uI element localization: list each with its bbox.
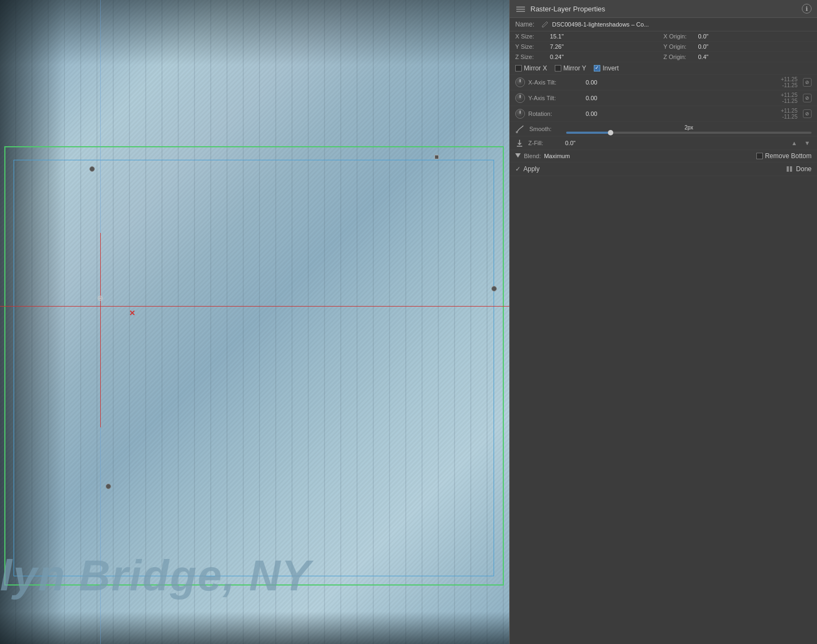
x-tilt-reset[interactable]: ⊘ (803, 78, 812, 87)
x-size-row: X Size: 15.1" X Origin: 0.0" (510, 31, 817, 42)
svg-rect-5 (787, 166, 789, 172)
y-size-label: Y Size: (515, 43, 548, 50)
mirror-x-checkbox[interactable] (515, 65, 522, 71)
x-size-label: X Size: (515, 33, 548, 40)
x-marker: ✕ (129, 309, 135, 317)
rotation-limits: +11.25 -11.25 (781, 108, 797, 120)
z-size-value: 0.24" (550, 54, 563, 60)
name-row: Name: DSC00498-1-lightenshadows – Co... (510, 18, 817, 31)
done-icon (786, 165, 793, 173)
handle-top-center[interactable] (89, 166, 95, 172)
done-button[interactable]: Done (786, 165, 812, 173)
x-tilt-knob[interactable] (515, 77, 525, 87)
handle-top-right[interactable] (435, 155, 439, 159)
relief-surface (0, 0, 509, 644)
x-tilt-value: 0.00 (586, 79, 777, 86)
zfill-row: Z-Fill: 0.0" ▲ ▼ (510, 136, 817, 150)
y-tilt-reset[interactable]: ⊘ (803, 94, 812, 102)
invert-item[interactable]: Invert (594, 64, 619, 72)
svg-point-3 (516, 131, 518, 133)
x-tilt-limits: +11.25 -11.25 (781, 76, 797, 88)
svg-rect-6 (790, 166, 792, 172)
svg-rect-1 (516, 9, 525, 10)
z-size-group: Z Size: 0.24" (515, 54, 664, 60)
rotation-row: Rotation: 0.00 +11.25 -11.25 ⊘ (510, 106, 817, 122)
mirror-x-label: Mirror X (524, 64, 547, 72)
zfill-up-button[interactable]: ▲ (790, 139, 799, 147)
panel-title: Raster-Layer Properties (530, 5, 605, 13)
red-axis-horizontal (0, 306, 509, 307)
bridge-label: lyn Bridge, NY (0, 551, 312, 601)
z-origin-value: 0.4" (698, 54, 709, 60)
layer-name: DSC00498-1-lightenshadows – Co... (552, 21, 649, 28)
svg-rect-2 (516, 11, 525, 12)
mirror-y-checkbox[interactable] (555, 65, 561, 71)
smooth-row: Smooth: 2px (510, 122, 817, 136)
svg-rect-0 (516, 6, 525, 8)
rotation-label: Rotation: (528, 110, 582, 117)
smooth-slider-container: 2px (566, 125, 812, 134)
remove-bottom-checkbox[interactable] (756, 153, 763, 159)
smooth-slider-track[interactable] (566, 132, 812, 134)
y-origin-value: 0.0" (698, 43, 709, 50)
apply-check-icon: ✓ (515, 165, 521, 173)
y-origin-label: Y Origin: (664, 43, 696, 50)
y-size-row: Y Size: 7.26" Y Origin: 0.0" (510, 42, 817, 52)
remove-bottom-label: Remove Bottom (765, 152, 812, 160)
done-label: Done (796, 165, 812, 173)
smooth-value: 2px (566, 125, 812, 131)
handle-right-mid[interactable] (491, 286, 497, 291)
y-tilt-limits: +11.25 -11.25 (781, 92, 797, 104)
blend-label: Blend: (524, 153, 541, 159)
mirror-y-item[interactable]: Mirror Y (555, 64, 586, 72)
info-button[interactable]: ℹ (802, 4, 812, 14)
y-size-value: 7.26" (550, 43, 563, 50)
zfill-icon (515, 139, 524, 147)
blend-expand-icon[interactable] (515, 153, 521, 159)
smooth-label: Smooth: (529, 126, 562, 132)
rotation-knob[interactable] (515, 109, 525, 119)
invert-checkbox[interactable] (594, 65, 600, 71)
z-origin-label: Z Origin: (664, 54, 696, 60)
z-size-label: Z Size: (515, 54, 548, 60)
edit-icon[interactable] (541, 21, 549, 28)
z-origin-group: Z Origin: 0.4" (664, 54, 812, 60)
x-origin-label: X Origin: (664, 33, 696, 40)
panel-header: Raster-Layer Properties ℹ (510, 0, 817, 18)
properties-panel: Raster-Layer Properties ℹ Name: DSC00498… (509, 0, 817, 644)
x-origin-group: X Origin: 0.0" (664, 33, 812, 40)
x-size-group: X Size: 15.1" (515, 33, 664, 40)
mirror-x-item[interactable]: Mirror X (515, 64, 547, 72)
handle-bottom-center[interactable] (106, 484, 111, 489)
apply-label: Apply (523, 165, 540, 173)
blend-row: Blend: Maximum Remove Bottom (510, 150, 817, 162)
move-crosshair[interactable]: ⊕ (95, 292, 106, 303)
remove-bottom-group: Remove Bottom (756, 152, 812, 160)
y-tilt-row: Y-Axis Tilt: 0.00 +11.25 -11.25 ⊘ (510, 90, 817, 106)
zfill-value: 0.0" (565, 140, 786, 146)
x-origin-value: 0.0" (698, 33, 709, 40)
zfill-label: Z-Fill: (528, 140, 561, 146)
smooth-icon (515, 124, 525, 134)
rotation-reset[interactable]: ⊘ (803, 109, 812, 118)
raster-layer-icon (515, 3, 526, 14)
y-origin-group: Y Origin: 0.0" (664, 43, 812, 50)
mirror-row: Mirror X Mirror Y Invert (510, 62, 817, 75)
viewport-3d[interactable]: ✕ ⊕ lyn Bridge, NY (0, 0, 509, 644)
apply-button[interactable]: ✓ Apply (515, 165, 540, 173)
x-tilt-label: X-Axis Tilt: (528, 79, 582, 86)
y-tilt-value: 0.00 (586, 95, 777, 101)
smooth-slider-thumb[interactable] (608, 130, 613, 135)
smooth-slider-fill (566, 132, 611, 134)
action-row: ✓ Apply Done (510, 162, 817, 176)
invert-label: Invert (602, 64, 619, 72)
y-tilt-knob[interactable] (515, 93, 525, 103)
name-label: Name: (515, 21, 538, 28)
mirror-y-label: Mirror Y (563, 64, 586, 72)
y-tilt-label: Y-Axis Tilt: (528, 95, 582, 101)
panel-header-left: Raster-Layer Properties (515, 3, 605, 14)
x-size-value: 15.1" (550, 33, 563, 40)
rotation-value: 0.00 (586, 110, 777, 117)
y-size-group: Y Size: 7.26" (515, 43, 664, 50)
zfill-down-button[interactable]: ▼ (803, 139, 812, 147)
